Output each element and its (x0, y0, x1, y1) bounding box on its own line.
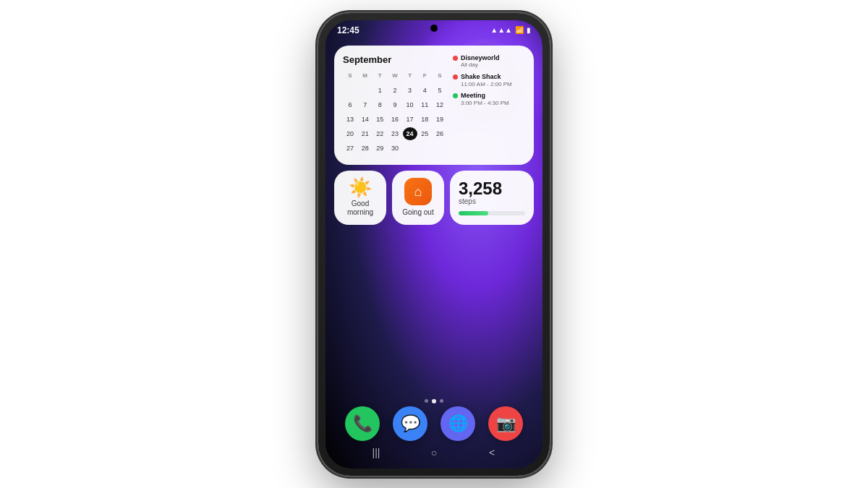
event-title-shakeshack: Shake Shack (461, 73, 525, 81)
dock-messages-button[interactable]: 💬 (393, 406, 427, 441)
event-dot-green (453, 93, 458, 98)
cal-empty (403, 142, 417, 155)
calendar-events: Disneyworld All day Shake Shack 11:00 AM… (453, 54, 525, 156)
cal-header-sun: S (343, 69, 357, 82)
cal-header-fri: F (417, 69, 432, 82)
dock-camera-button[interactable]: 📷 (488, 406, 523, 441)
cal-day-2[interactable]: 2 (388, 84, 402, 97)
signal-icon: ▲▲▲ (490, 26, 512, 34)
nav-home-button[interactable]: ○ (424, 445, 444, 460)
event-dot-red2 (453, 74, 458, 80)
cal-week-1: 1 2 3 4 5 (343, 84, 447, 97)
weather-widget[interactable]: ☀️ Good morning (334, 171, 386, 225)
phone-body: 12:45 ▲▲▲ 📶 ▮ September S M (318, 13, 550, 476)
page-dot-3 (440, 399, 443, 403)
page-dots (425, 399, 443, 403)
small-widgets-row: ☀️ Good morning ⌂ Going out (334, 171, 534, 225)
cal-week-5: 27 28 29 30 (343, 142, 447, 155)
calendar-widget[interactable]: September S M T W T F S (334, 46, 534, 165)
cal-day-16[interactable]: 16 (388, 113, 402, 126)
steps-widget[interactable]: 3,258 steps (450, 171, 534, 225)
cal-week-2: 6 7 8 9 10 11 12 (343, 98, 447, 111)
sun-icon: ☀️ (349, 178, 372, 197)
cal-header-sat: S (433, 69, 447, 82)
weather-label: Good morning (347, 200, 373, 217)
event-info-shakeshack: Shake Shack 11:00 AM - 2:00 PM (461, 73, 525, 87)
cal-day-27[interactable]: 27 (343, 142, 357, 155)
cal-day-9[interactable]: 9 (388, 98, 402, 111)
cal-day-7[interactable]: 7 (358, 98, 373, 111)
cal-day-17[interactable]: 17 (403, 113, 417, 126)
home-label: Going out (402, 208, 433, 217)
cal-header-thu: T (403, 69, 417, 82)
steps-progress-bar (459, 211, 525, 215)
cal-day-23[interactable]: 23 (388, 127, 402, 140)
cal-day-6[interactable]: 6 (343, 98, 357, 111)
cal-day-11[interactable]: 11 (417, 98, 432, 111)
cal-day-5[interactable]: 5 (433, 84, 447, 97)
cal-day-1[interactable]: 1 (373, 84, 387, 97)
steps-count: 3,258 (459, 180, 525, 197)
cal-empty (358, 84, 373, 97)
dock-phone-button[interactable]: 📞 (345, 406, 380, 441)
cal-day-19[interactable]: 19 (433, 113, 447, 126)
dock: 📞 💬 🌐 📷 (339, 406, 529, 441)
event-meeting[interactable]: Meeting 3:00 PM - 4:30 PM (453, 92, 525, 106)
cal-day-10[interactable]: 10 (403, 98, 417, 111)
cal-header-mon: M (358, 69, 373, 82)
cal-header-tue: T (373, 69, 387, 82)
event-time-disneyworld: All day (461, 61, 525, 69)
cal-day-4[interactable]: 4 (417, 84, 432, 97)
cal-week-3: 13 14 15 16 17 18 19 (343, 113, 447, 126)
event-disneyworld[interactable]: Disneyworld All day (453, 54, 525, 69)
steps-progress-fill (459, 211, 488, 215)
cal-day-28[interactable]: 28 (358, 142, 373, 155)
nav-back-button[interactable]: < (482, 445, 502, 460)
cal-week-4: 20 21 22 23 24 25 26 (343, 127, 447, 140)
cal-empty (417, 142, 432, 155)
page-dot-1 (425, 399, 428, 403)
cal-day-14[interactable]: 14 (358, 113, 373, 126)
page-dot-2-active (432, 399, 436, 403)
camera-notch (430, 25, 438, 32)
cal-day-26[interactable]: 26 (433, 127, 447, 140)
calendar-grid: S M T W T F S 1 (343, 69, 447, 155)
cal-day-3[interactable]: 3 (403, 84, 417, 97)
wifi-icon: 📶 (515, 26, 524, 34)
calendar-left: September S M T W T F S (343, 54, 447, 156)
cal-empty (433, 142, 447, 155)
event-info-meeting: Meeting 3:00 PM - 4:30 PM (461, 92, 525, 106)
home-icon: ⌂ (414, 184, 422, 200)
home-widget[interactable]: ⌂ Going out (392, 171, 444, 225)
home-icon-bg: ⌂ (404, 178, 432, 205)
event-shakeshack[interactable]: Shake Shack 11:00 AM - 2:00 PM (453, 73, 525, 87)
nav-bar: ||| ○ < (326, 442, 542, 463)
cal-day-20[interactable]: 20 (343, 127, 357, 140)
cal-day-21[interactable]: 21 (358, 127, 373, 140)
cal-empty (343, 84, 357, 97)
cal-day-29[interactable]: 29 (373, 142, 387, 155)
cal-day-18[interactable]: 18 (417, 113, 432, 126)
cal-day-15[interactable]: 15 (373, 113, 387, 126)
dock-internet-button[interactable]: 🌐 (441, 406, 475, 441)
cal-header-row: S M T W T F S (343, 69, 447, 82)
cal-header-wed: W (388, 69, 402, 82)
cal-day-25[interactable]: 25 (417, 127, 432, 140)
cal-day-30[interactable]: 30 (388, 142, 402, 155)
phone-device: 12:45 ▲▲▲ 📶 ▮ September S M (318, 13, 550, 476)
cal-day-12[interactable]: 12 (433, 98, 447, 111)
status-icons: ▲▲▲ 📶 ▮ (490, 26, 531, 34)
power-button[interactable] (550, 129, 552, 161)
widgets-area: September S M T W T F S (334, 46, 534, 225)
cal-day-24-today[interactable]: 24 (403, 127, 417, 140)
cal-day-22[interactable]: 22 (373, 127, 387, 140)
nav-recent-button[interactable]: ||| (366, 445, 386, 460)
cal-day-13[interactable]: 13 (343, 113, 357, 126)
event-time-shakeshack: 11:00 AM - 2:00 PM (461, 81, 525, 88)
event-info-disneyworld: Disneyworld All day (461, 54, 525, 69)
event-title-meeting: Meeting (461, 92, 525, 100)
cal-day-8[interactable]: 8 (373, 98, 387, 111)
phone-screen: 12:45 ▲▲▲ 📶 ▮ September S M (326, 20, 542, 468)
event-dot-red (453, 56, 458, 61)
status-time: 12:45 (337, 25, 359, 35)
